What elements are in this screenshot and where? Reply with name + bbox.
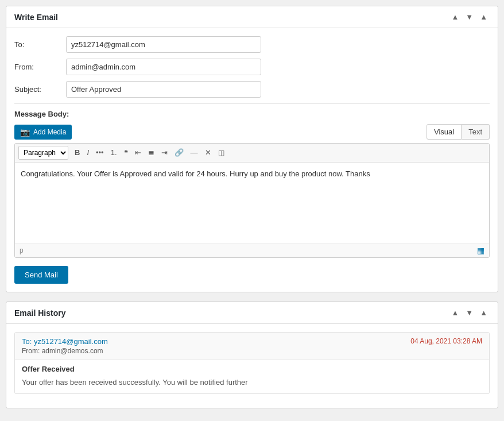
visual-text-tabs: Visual Text xyxy=(427,124,490,140)
italic-btn[interactable]: I xyxy=(84,146,92,159)
write-email-header: Write Email ▲ ▼ ▲ xyxy=(6,6,498,28)
history-body: Your offer has been received successfull… xyxy=(15,376,489,393)
to-row: To: xyxy=(14,36,490,53)
ordered-list-btn[interactable]: 1.​​ xyxy=(108,146,120,159)
history-up-btn[interactable]: ▲ xyxy=(449,308,461,318)
from-label: From: xyxy=(14,63,66,71)
table-btn[interactable]: ◫ xyxy=(215,147,227,159)
from-input[interactable] xyxy=(66,59,261,75)
add-media-label: Add Media xyxy=(33,128,66,136)
to-input[interactable] xyxy=(66,36,261,53)
editor-toolbar-top: 📷 Add Media Visual Text xyxy=(14,124,490,140)
form-divider xyxy=(14,103,490,104)
email-history-header: Email History ▲ ▼ ▲ xyxy=(6,302,498,324)
history-entry: To: yz512714@gmail.com From: admin@demos… xyxy=(14,332,490,394)
history-down-btn[interactable]: ▼ xyxy=(463,308,475,318)
subject-label: Subject: xyxy=(14,85,66,94)
bold-btn[interactable]: B xyxy=(72,146,83,159)
hr-btn[interactable]: ― xyxy=(188,146,201,159)
blockquote-btn[interactable]: ❝ xyxy=(121,146,131,159)
format-bar: Paragraph B I ••• 1.​​ ❝ ⇤ ≣ ⇥ 🔗 ― ✕ ◫ xyxy=(15,144,489,163)
write-email-body: To: From: Subject: Message Body: 📷 Add M… xyxy=(6,28,498,292)
history-to: To: yz512714@gmail.com xyxy=(22,337,108,346)
to-label: To: xyxy=(14,40,66,49)
subject-row: Subject: xyxy=(14,81,490,98)
link-btn[interactable]: 🔗 xyxy=(172,146,187,159)
more-btn[interactable]: ✕ xyxy=(202,146,214,159)
panel-controls: ▲ ▼ ▲ xyxy=(449,12,490,22)
history-recipient-info: To: yz512714@gmail.com From: admin@demos… xyxy=(22,337,108,355)
history-entry-header: To: yz512714@gmail.com From: admin@demos… xyxy=(15,333,489,360)
add-media-button[interactable]: 📷 Add Media xyxy=(14,125,72,140)
visual-tab[interactable]: Visual xyxy=(427,124,462,140)
history-collapse-btn[interactable]: ▲ xyxy=(478,308,490,318)
write-email-title: Write Email xyxy=(14,13,58,22)
align-center-btn[interactable]: ≣ xyxy=(145,146,157,159)
write-email-panel: Write Email ▲ ▼ ▲ To: From: Subject: Mes… xyxy=(6,6,498,292)
history-subject: Offer Received xyxy=(15,360,489,376)
align-left-btn[interactable]: ⇤ xyxy=(132,146,144,159)
history-panel-controls: ▲ ▼ ▲ xyxy=(449,308,490,318)
editor-container: Paragraph B I ••• 1.​​ ❝ ⇤ ≣ ⇥ 🔗 ― ✕ ◫ C… xyxy=(14,143,490,258)
history-date: 04 Aug, 2021 03:28 AM xyxy=(410,337,482,345)
paragraph-select[interactable]: Paragraph xyxy=(18,146,68,160)
send-mail-button[interactable]: Send Mail xyxy=(14,266,68,284)
from-row: From: xyxy=(14,59,490,75)
message-body-label: Message Body: xyxy=(14,110,490,118)
message-editor[interactable]: Congratulations. Your Offer is Approved … xyxy=(15,163,489,243)
panel-up-btn[interactable]: ▲ xyxy=(449,12,461,22)
panel-collapse-btn[interactable]: ▲ xyxy=(478,12,490,22)
email-history-title: Email History xyxy=(14,308,65,318)
add-media-icon: 📷 xyxy=(20,128,30,137)
align-right-btn[interactable]: ⇥ xyxy=(158,146,170,159)
editor-footer: p ▦ xyxy=(15,243,489,257)
email-history-body: To: yz512714@gmail.com From: admin@demos… xyxy=(6,324,498,408)
subject-input[interactable] xyxy=(66,81,261,98)
unordered-list-btn[interactable]: ••• xyxy=(93,146,107,159)
panel-down-btn[interactable]: ▼ xyxy=(463,12,475,22)
editor-tag-indicator: p xyxy=(20,246,24,254)
email-history-panel: Email History ▲ ▼ ▲ To: yz512714@gmail.c… xyxy=(6,302,498,408)
history-from: From: admin@demos.com xyxy=(22,347,108,355)
resize-icon: ▦ xyxy=(477,246,484,255)
history-scrollable: To: yz512714@gmail.com From: admin@demos… xyxy=(14,332,490,394)
text-tab[interactable]: Text xyxy=(462,124,490,140)
